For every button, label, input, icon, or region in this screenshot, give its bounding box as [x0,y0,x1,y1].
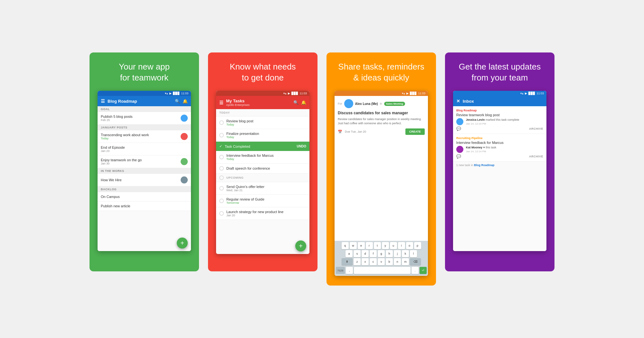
task-row[interactable]: Launch strategy for new product line Jan… [216,207,309,220]
kb-s[interactable]: s [354,250,361,257]
archive-button-1[interactable]: ARCHIVE [529,127,543,130]
kb-row-3: ⬆ z x c v b n m ⌫ [336,258,427,265]
task-text: How We Hire [101,178,178,182]
task-circle [219,166,224,171]
phone-teamwork: ▾▴▶▉▉▉11:03 ☰ Blog Roadmap 🔍 🔔 Goal [98,91,191,251]
toolbar-actions-2: 🔍 🔔 [293,100,306,105]
task-name: Transcending work about work [101,133,178,137]
task-name: Launch strategy for new product line [226,210,306,214]
inbox-task-title-2: Interview feedback for Marcus [456,141,543,145]
kb-backspace[interactable]: ⌫ [410,258,421,265]
conv-body: Review candidates for sales manager posi… [338,117,425,125]
kb-shift[interactable]: ⬆ [342,258,353,265]
task-row[interactable]: Draft speech for conference [216,164,309,174]
task-circle [219,186,224,191]
task-row[interactable]: Finalize presentation Today [216,129,309,142]
kb-w[interactable]: w [350,242,357,249]
task-row[interactable]: Publish new article [98,202,191,211]
task-name: Regular review of Guide [226,197,306,201]
kb-h[interactable]: h [386,250,393,257]
kb-i[interactable]: i [398,242,405,249]
kb-r[interactable]: r [366,242,373,249]
kb-row-1: q w e r t y u i o p [336,242,427,249]
toolbar-1: ☰ Blog Roadmap 🔍 🔔 [98,96,191,106]
kb-n[interactable]: n [394,258,401,265]
bell-icon-2[interactable]: 🔔 [301,100,306,105]
kb-b[interactable]: b [386,258,393,265]
kb-z[interactable]: z [354,258,361,265]
search-icon[interactable]: 🔍 [175,99,180,104]
menu-icon[interactable]: ☰ [101,99,105,104]
archive-button-2[interactable]: ARCHIVE [529,155,543,158]
phone-content-1: Goal Publish 5 blog posts Feb 25 January… [98,106,191,251]
inbox-activity-2: Kat Mooney ♥ this task Jan 14, 12:14 PM [456,146,543,153]
comment-icon-1[interactable]: 💬 [456,127,461,131]
kb-p[interactable]: p [414,242,421,249]
task-row[interactable]: Review blog post Today [216,117,309,129]
task-row[interactable]: End of Episode Jan 23 [98,143,191,155]
section-goal: Goal [98,106,191,112]
task-row[interactable]: On Campus [98,192,191,202]
task-text: Review blog post Today [226,119,306,126]
task-row[interactable]: Send Quinn's offer letter Wed, Jan 21 [216,182,309,195]
task-row[interactable]: Publish 5 blog posts Feb 25 [98,112,191,125]
task-date: Jan 23 [101,149,188,153]
inbox-avatar-2 [456,146,463,153]
task-text: Finalize presentation Today [226,132,306,139]
bell-icon[interactable]: 🔔 [183,99,188,104]
kb-c[interactable]: c [370,258,377,265]
for-label: For [338,102,342,105]
kb-k[interactable]: k [402,250,409,257]
kb-m[interactable]: m [402,258,409,265]
kb-q[interactable]: q [342,242,349,249]
task-row[interactable]: Regular review of Guide Tomorrow [216,195,309,207]
task-row[interactable]: Interview feedback for Marcus Today [216,151,309,164]
kb-period[interactable]: . [412,267,419,274]
menu-icon-2[interactable]: ☰ [219,100,223,105]
kb-f[interactable]: f [370,250,377,257]
kb-comma[interactable]: , [346,267,353,274]
inbox-new-task: 1 new task in Blog Roadmap [453,162,546,169]
new-task-link[interactable]: Blog Roadmap [474,164,495,167]
avatar [181,158,188,165]
kb-u[interactable]: u [390,242,397,249]
conv-title: Discuss candidates for sales manager [338,111,425,115]
close-icon[interactable]: ✕ [456,99,460,104]
period-label-upcoming: UPCOMING [226,176,244,179]
task-name: Draft speech for conference [226,166,306,170]
task-name: How We Hire [101,178,178,182]
conv-footer: 📅 Due Tue, Jan 20 CREATE [338,128,425,135]
conv-header: For Alex Luna (Me) in Sales Meeting [338,99,425,108]
kb-j[interactable]: j [394,250,401,257]
kb-space[interactable] [354,267,411,274]
kb-g[interactable]: g [378,250,385,257]
inbox-task-title-1: Review teamwork blog post [456,113,543,117]
task-row[interactable]: Enjoy teamwork on the go Jan 30 [98,155,191,168]
kb-num[interactable]: 7123 [336,267,345,274]
kb-t[interactable]: t [374,242,381,249]
task-name: Review blog post [226,119,306,123]
avatar [181,133,188,140]
search-icon-2[interactable]: 🔍 [293,100,298,105]
task-row[interactable]: Transcending work about work Today [98,130,191,143]
keyboard: q w e r t y u i o p a s d f g h [335,241,428,276]
kb-e[interactable]: e [358,242,365,249]
create-button[interactable]: CREATE [405,128,425,135]
kb-o[interactable]: o [406,242,413,249]
kb-y[interactable]: y [382,242,389,249]
kb-x[interactable]: x [362,258,369,265]
task-circle [219,133,224,137]
kb-a[interactable]: a [346,250,353,257]
kb-d[interactable]: d [362,250,369,257]
kb-v[interactable]: v [378,258,385,265]
task-row[interactable]: How We Hire [98,174,191,186]
kb-l[interactable]: l [410,250,417,257]
task-date: Jan 20 [226,214,306,217]
section-jan: January Posts [98,125,191,130]
undo-button[interactable]: UNDO [297,145,306,148]
comment-icon-2[interactable]: 💬 [456,154,461,159]
kb-enter[interactable]: ⏎ [420,267,427,274]
card-teamwork-title: Your new appfor teamwork [109,52,179,91]
phone-content-4: Blog Roadmap Review teamwork blog post J… [453,106,546,251]
section-backlog: Backlog [98,186,191,192]
